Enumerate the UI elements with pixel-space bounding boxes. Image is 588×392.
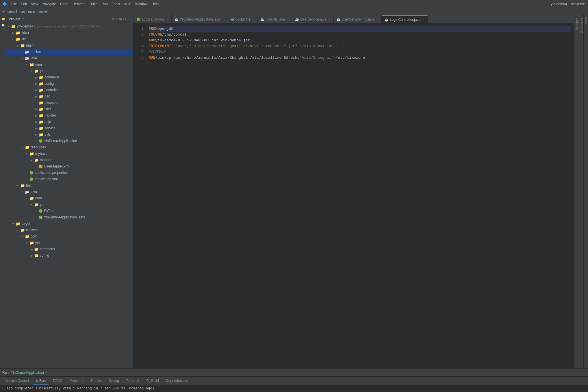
tab-close-btn[interactable]: ✕ [287,18,289,21]
breadcrumb-item-0[interactable]: yin-demo4 [2,10,17,13]
tree-item-target-yin[interactable]: ▾📁yin [6,240,133,246]
tree-item-yin[interactable]: ▾📁yin [6,68,133,74]
tree-item-test[interactable]: ▾📁test [6,182,133,189]
panel-icon-1[interactable]: ≡ [116,17,118,21]
code-token: ADD [149,38,155,43]
tab-UserServiceImpl-tab[interactable]: ☕UserServiceImpl.java✕ [334,15,382,23]
bottom-tab-terminal[interactable]: Terminal [123,377,142,385]
tree-item-src[interactable]: ▾📁src [6,36,133,42]
tab-LoginController-tab[interactable]: ☕LoginController.java✕ [382,15,428,23]
bottom-tab-profiler[interactable]: Profiler [88,377,105,385]
tree-item-target-commons[interactable]: ▶📁commons [6,246,133,252]
menu-navigate[interactable]: Navigate [41,1,58,7]
structure-icon[interactable]: 🔲 [1,23,6,28]
tree-item-service[interactable]: ▶📁service [6,125,133,131]
menu-window[interactable]: Window [133,1,149,7]
tab-close-btn[interactable]: ✕ [422,18,424,21]
code-content[interactable]: FROM openjdkVOLUME /tmp/tomcatADD yin-de… [145,24,574,368]
tree-label: controller [44,88,59,92]
tab-close-btn[interactable]: ✕ [166,18,168,21]
tree-item-app-yml[interactable]: 🟢application.yml [6,176,133,182]
menu-code[interactable]: Code [58,1,70,7]
tree-arrow: ▶ [12,31,16,34]
bookmarks-panel[interactable]: Bookmarks [579,15,583,368]
tab-UserService-tab[interactable]: ☕UserService.java✕ [292,15,334,23]
menu-file[interactable]: File [10,1,18,7]
menu-vcs[interactable]: VCS [122,1,133,7]
menu-run[interactable]: Run [100,1,110,7]
tree-item-EsTest[interactable]: 🟢EsTest [6,208,133,214]
tab-close-btn[interactable]: ✕ [328,18,331,21]
dropdown-arrow[interactable]: ▾ [22,17,24,21]
panel-icon-0[interactable]: ⊕ [112,17,115,21]
tree-icon: 📁 [16,37,20,41]
tree-item-commons[interactable]: ▶📁commons [6,74,133,80]
bottom-tab-run[interactable]: ▶Run [33,377,49,385]
tree-item-mybatis[interactable]: ▾📁mybatis [6,150,133,157]
breadcrumb-item-2[interactable]: main [28,10,35,13]
tree-item-java[interactable]: ▾📂java [6,55,133,61]
tab-close-btn[interactable]: ✕ [252,18,254,21]
tree-item-YinDemo4Application[interactable]: 🟢YinDemo4Application [6,138,133,144]
tree-item-target-com[interactable]: ▾📁com [6,233,133,240]
tree-item-dao[interactable]: ▶📁dao [6,93,133,100]
web-panel[interactable]: Web [583,15,588,368]
tree-item-config[interactable]: ▶📁config [6,80,133,87]
tree-item-main[interactable]: ▾📁main [6,42,133,49]
bottom-tab-version-control[interactable]: Version Control [2,377,32,385]
tab-dockerfile-tab[interactable]: 🐳dockerfile✕ [227,15,257,23]
tree-item-target-config[interactable]: ▶📁config [6,252,133,259]
tree-item-app-props[interactable]: 🟢application.properties [6,170,133,176]
panel-icon-2[interactable]: ≣ [119,17,122,21]
tree-item-target[interactable]: ▾📁target [6,220,133,227]
tree-item-test-com[interactable]: ▾📁com [6,195,133,201]
tree-item-com[interactable]: ▾📁com [6,61,133,68]
panel-icon-4[interactable]: — [127,17,131,21]
structure-panel[interactable]: Structure [574,15,579,368]
tree-item-filter[interactable]: ▶📁filter [6,106,133,112]
breadcrumb-item-3[interactable]: docker [38,10,48,13]
project-icon[interactable]: 📁 [1,16,6,21]
tree-item-controller[interactable]: ▶📁controller [6,87,133,93]
menu-help[interactable]: Help [150,1,160,7]
tree-item-handler[interactable]: ▶📁handler [6,112,133,119]
build-status-text: Build completed successfully with 1 warn… [2,387,154,391]
tab-JwtUtils-tab[interactable]: ☕JwtUtils.java✕ [257,15,292,23]
tree-item-test-java[interactable]: ▾📂java [6,189,133,195]
menu-view[interactable]: View [29,1,40,7]
run-close-icon[interactable]: ✕ [45,371,47,374]
breadcrumb-item-1[interactable]: src [21,10,25,13]
tree-item-mapper[interactable]: ▾📁mapper [6,157,133,163]
bottom-tab-problems[interactable]: Problems [67,377,87,385]
web-label[interactable]: Web [584,15,588,26]
tree-item-docker[interactable]: 📂docker [6,49,133,55]
tab-close-btn[interactable]: ✕ [222,18,224,21]
tree-item-exception[interactable]: 📁exception [6,100,133,106]
tree-item-test-yin[interactable]: ▾📁yin [6,201,133,208]
panel-icon-3[interactable]: ⚙ [123,17,126,21]
tree-container[interactable]: ▾📁yin-demo4D:\softwarecommon\IntelliJ ID… [6,23,133,368]
tab-close-btn[interactable]: ✕ [376,18,379,21]
bottom-tab-todo[interactable]: TODO [50,377,65,385]
bottom-tab-build[interactable]: 🔨Build [143,377,162,385]
menu-refactor[interactable]: Refactor [71,1,87,7]
tree-item-root[interactable]: ▾📁yin-demo4D:\softwarecommon\IntelliJ ID… [6,23,133,30]
menu-edit[interactable]: Edit [19,1,29,7]
tree-item-UserMapper.xml[interactable]: 🟧UserMapper.xml [6,163,133,170]
tree-item-classes[interactable]: ▾📁classes [6,227,133,233]
bottom-tab-spring[interactable]: Spring [106,377,122,385]
tree-item-utils[interactable]: ▶📁utils [6,131,133,138]
tab-label: dockerfile [235,17,250,21]
menu-tools[interactable]: Tools [110,1,122,7]
tab-app-yml-tab[interactable]: 🟢application.yml✕ [133,15,172,23]
menu-build[interactable]: Build [88,1,99,7]
structure-label[interactable]: Structure [574,15,579,33]
bottom-tab-dependencies[interactable]: Dependencies [163,377,191,385]
tree-item-YinDemo4ApplicationTests[interactable]: 🟢YinDemo4ApplicationTests [6,214,133,220]
tree-label: yin-demo4 [17,24,33,28]
tree-item-pojo[interactable]: ▶📁pojo [6,119,133,125]
tab-YinDemo4Application-tab[interactable]: ☕YinDemo4Application.java✕ [172,15,227,23]
bookmarks-label[interactable]: Bookmarks [579,15,584,36]
tree-item-resources[interactable]: ▾📁resources [6,144,133,150]
tree-item-idea[interactable]: ▶📁.idea [6,30,133,36]
